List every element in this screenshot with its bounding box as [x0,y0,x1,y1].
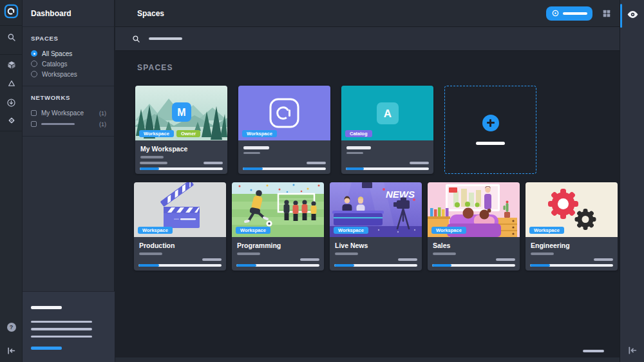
redacted-subtitle-line [237,252,260,255]
storage-progress-bar [243,167,326,171]
redacted-title-line [346,146,371,149]
card-footer [330,258,422,271]
workspace-badge: Workspace [139,130,174,137]
red-gear [548,189,578,219]
app-logo-icon[interactable] [4,4,19,19]
content-bottom-bar[interactable] [115,357,620,362]
card-body: Programming [232,237,324,258]
redacted-link-line[interactable] [31,347,62,350]
card-footer [135,162,227,174]
card-image: M Workspace Owner [135,86,227,140]
checkbox-my-workspace[interactable]: My Workspace (1) [31,108,108,119]
eye-preview-icon[interactable] [620,6,644,22]
storage-progress-bar [138,264,222,267]
card-image: Workspace [232,182,324,237]
sidebar-bottom-panel [23,291,115,362]
help-glyph: ? [7,323,16,332]
locate-diamond-icon[interactable] [0,112,23,129]
badge-row: Workspace [431,227,466,234]
workspace-badge: Workspace [529,227,564,234]
add-space-card[interactable] [444,86,536,174]
card-body: Sales [428,237,520,258]
space-card-my-workspace[interactable]: M Workspace Owner My Workspace [135,86,227,174]
redacted-meta-line [410,162,429,164]
card-title: Production [139,242,221,249]
badge-row: Workspace [242,130,277,137]
checkbox-icon [31,121,37,127]
card-footer [428,258,520,271]
checkbox-label: My Workspace [41,110,84,117]
redacted-button-label [563,12,587,15]
badge-row: Workspace [334,227,368,234]
redacted-subtitle-line [243,152,260,155]
radio-catalogs[interactable]: Catalogs [31,59,108,69]
search-bar[interactable] [115,27,620,51]
page-title: Spaces [137,9,546,18]
radio-all-spaces[interactable]: All Spaces [31,48,108,59]
card-body: My Workspace [135,140,227,162]
card-title: Engineering [531,242,612,249]
redacted-footer-line [583,350,604,352]
redacted-subtitle-line [346,152,363,155]
redacted-line [31,321,92,323]
badge-row: Workspace [138,227,173,234]
card-footer [238,162,330,174]
checkbox-network-redacted[interactable]: (1) [31,119,108,129]
radio-off-icon [31,61,37,67]
main-content: Spaces SPACES [115,0,620,362]
radio-workspaces[interactable]: Workspaces [31,69,108,79]
content-topbar: Spaces [115,0,620,27]
radio-label: Workspaces [42,71,77,78]
storage-progress-bar [530,264,613,267]
collapse-left-icon[interactable] [0,342,23,359]
plus-icon [482,115,499,131]
search-icon [132,35,140,43]
workspace-badge: Workspace [431,227,466,234]
networks-filter-section: NETWORKS My Workspace (1) (1) [23,86,114,137]
card-title: Live News [335,242,417,249]
item-count: (1) [99,121,106,128]
redacted-meta-line [307,162,326,164]
network-triangle-icon[interactable] [0,75,23,92]
cards-row-2: Workspace Production [134,182,620,271]
owner-badge: Owner [176,130,200,137]
card-body: Engineering [526,237,618,258]
space-card-sales[interactable]: Workspace Sales [428,182,520,271]
plus-circle-icon [552,10,559,17]
card-image: Workspace [526,182,618,237]
card-title: Programming [237,242,319,249]
black-gear [575,209,596,230]
collapse-panel-icon[interactable] [620,343,644,358]
news-text: NEWS [386,189,415,200]
card-body: Production [134,237,226,258]
spaces-heading: SPACES [137,63,620,72]
ingest-download-icon[interactable] [0,94,23,111]
sidebar-header: Dashboard [23,0,114,27]
networks-section-label: NETWORKS [31,94,108,101]
space-card-live-news[interactable]: NEWS [330,182,422,271]
create-space-button[interactable] [546,6,592,21]
grid-view-icon[interactable] [601,8,612,19]
radio-label: All Spaces [42,50,72,57]
packages-cube-icon[interactable] [0,57,23,73]
space-card-production[interactable]: Workspace Production [134,182,226,271]
redacted-line [31,328,92,330]
redacted-line [31,336,92,338]
sidebar: Dashboard SPACES All Spaces Catalogs Wor… [23,0,115,362]
radio-label: Catalogs [42,61,67,68]
badge-row: Workspace [236,227,270,234]
badge-row: Workspace [529,227,564,234]
cards-row-1: M Workspace Owner My Workspace [135,86,620,174]
space-card-redacted-1[interactable]: Workspace [238,86,330,174]
space-card-programming[interactable]: Workspace Programming [232,182,324,271]
catalog-card-redacted[interactable]: A Catalog [341,86,433,174]
redacted-meta-line [204,162,223,164]
card-body: Live News [330,237,422,258]
divider [0,25,23,26]
card-image: NEWS [330,182,422,237]
space-card-engineering[interactable]: Workspace Engineering [526,182,618,271]
card-image: Workspace [238,86,330,140]
redacted-meta-line [594,258,613,261]
help-icon[interactable]: ? [0,319,23,336]
search-icon[interactable] [0,29,23,46]
